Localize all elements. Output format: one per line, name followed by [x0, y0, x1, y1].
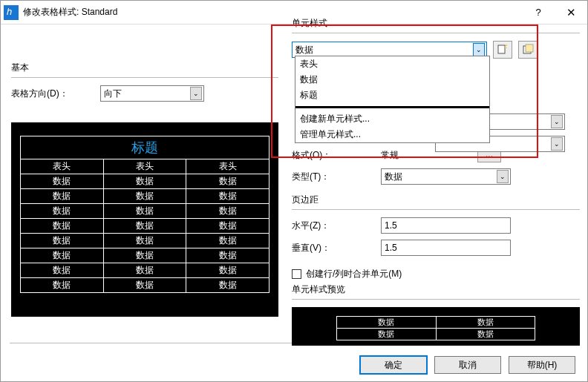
dropdown-item[interactable]: 表头	[295, 56, 489, 72]
dropdown-item[interactable]: 标题	[295, 88, 489, 103]
dropdown-item[interactable]: 数据	[295, 72, 489, 88]
merge-cells-checkbox[interactable]: 创建行/列时合并单元(M)	[292, 268, 580, 280]
preview-data-cell: 数据	[21, 263, 104, 278]
preview-data-cell: 数据	[103, 204, 186, 219]
preview-data-cell: 数据	[21, 219, 104, 234]
preview-data-cell: 数据	[21, 248, 104, 263]
mini-cell: 数据	[436, 317, 535, 329]
preview-data-cell: 数据	[186, 219, 270, 234]
preview-data-cell: 数据	[186, 174, 270, 189]
chevron-down-icon: ⌄	[551, 137, 563, 151]
preview-data-cell: 数据	[186, 234, 270, 248]
mini-cell: 数据	[337, 317, 437, 329]
cancel-button[interactable]: 取消	[434, 356, 501, 374]
chevron-down-icon: ⌄	[551, 115, 563, 128]
type-value: 数据	[385, 171, 402, 183]
preview-data-cell: 数据	[21, 204, 104, 219]
mini-cell: 数据	[337, 329, 437, 340]
direction-label: 表格方向(D)：	[11, 88, 100, 100]
cell-style-dropdown[interactable]: 表头数据标题创建新单元样式...管理单元样式...	[295, 56, 490, 143]
dropdown-item[interactable]: 管理单元样式...	[295, 127, 489, 142]
preview-header-cell: 表头	[186, 159, 270, 174]
margins-group-label: 页边距	[292, 194, 318, 205]
preview-data-cell: 数据	[103, 234, 186, 248]
preview-header-cell: 表头	[21, 159, 104, 174]
app-icon	[4, 5, 19, 20]
vert-margin-input[interactable]	[381, 240, 511, 256]
dropdown-item[interactable]: 创建新单元样式...	[295, 111, 489, 127]
direction-select[interactable]: 向下 ⌄	[100, 85, 204, 102]
margins-group: 页边距 水平(Z)： 垂直(V)：	[292, 194, 580, 262]
window-title: 修改表格样式: Standard	[23, 6, 117, 19]
merge-cells-label: 创建行/列时合并单元(M)	[306, 268, 402, 280]
checkbox-icon	[292, 269, 301, 279]
preview-data-cell: 数据	[186, 189, 270, 204]
sparkle-icon	[497, 44, 509, 56]
direction-value: 向下	[104, 88, 122, 100]
cell-preview-group: 单元样式预览 数据数据 数据数据	[292, 283, 580, 346]
basic-group-label: 基本	[11, 62, 29, 73]
preview-data-cell: 数据	[103, 189, 186, 204]
manage-cell-style-button[interactable]	[518, 41, 538, 59]
preview-data-cell: 数据	[103, 248, 186, 263]
svg-rect-0	[498, 45, 505, 53]
cell-style-selected: 数据	[295, 44, 313, 56]
type-select[interactable]: 数据 ⌄	[381, 168, 511, 185]
chevron-down-icon: ⌄	[190, 87, 202, 100]
preview-data-cell: 数据	[186, 204, 270, 219]
preview-data-cell: 数据	[186, 263, 270, 278]
svg-rect-3	[526, 45, 533, 52]
preview-data-cell: 数据	[186, 278, 270, 293]
vert-margin-label: 垂直(V)：	[292, 242, 381, 254]
preview-data-cell: 数据	[21, 189, 104, 204]
ok-button[interactable]: 确定	[360, 356, 427, 374]
preview-data-cell: 数据	[21, 174, 104, 189]
cell-style-group: 单元样式 数据 ⌄ 表头数据标题创建新单元样式...管理单元样式...	[292, 17, 580, 59]
preview-title-cell: 标题	[21, 136, 270, 159]
preview-data-cell: 数据	[103, 263, 186, 278]
type-label: 类型(T)：	[292, 171, 381, 183]
chevron-down-icon: ⌄	[497, 170, 509, 183]
help-button-bottom[interactable]: 帮助(H)	[509, 356, 575, 374]
format-label: 格式(O)：	[292, 149, 381, 162]
preview-data-cell: 数据	[186, 248, 270, 263]
cell-preview-box: 数据数据 数据数据	[292, 307, 580, 346]
preview-data-cell: 数据	[103, 174, 186, 189]
preview-header-cell: 表头	[103, 159, 186, 174]
preview-data-cell: 数据	[21, 278, 104, 293]
mini-cell: 数据	[436, 329, 535, 340]
chevron-down-icon: ⌄	[473, 43, 485, 56]
preview-data-cell: 数据	[103, 278, 186, 293]
preview-data-cell: 数据	[21, 234, 104, 248]
basic-group: 基本 表格方向(D)： 向下 ⌄	[11, 62, 278, 108]
preview-data-cell: 数据	[103, 219, 186, 234]
horiz-margin-label: 水平(Z)：	[292, 220, 381, 232]
new-cell-style-button[interactable]	[493, 41, 512, 59]
horiz-margin-input[interactable]	[381, 217, 511, 234]
cell-style-group-label: 单元样式	[292, 18, 327, 28]
svg-point-1	[506, 45, 507, 46]
stack-icon	[522, 44, 534, 56]
dropdown-separator	[295, 106, 489, 108]
table-preview: 标题表头表头表头数据数据数据数据数据数据数据数据数据数据数据数据数据数据数据数据…	[11, 122, 278, 317]
cell-preview-label: 单元样式预览	[292, 284, 345, 294]
